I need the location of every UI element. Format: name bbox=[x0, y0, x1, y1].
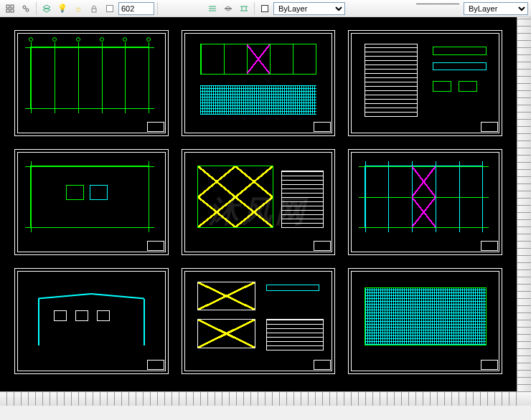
linetype-select[interactable]: ByLayer bbox=[464, 2, 528, 15]
layer-on-icon[interactable]: 💡 bbox=[55, 1, 70, 16]
svg-marker-8 bbox=[43, 8, 50, 12]
layer-color-icon[interactable] bbox=[103, 1, 117, 16]
layer-manager-icon[interactable] bbox=[39, 1, 54, 16]
linetype-icon1[interactable] bbox=[205, 1, 220, 16]
sheet-5 bbox=[182, 149, 336, 255]
sheet-1 bbox=[14, 30, 169, 136]
svg-rect-3 bbox=[11, 9, 14, 12]
drawing-area[interactable]: 沐风网 bbox=[0, 17, 531, 406]
linetype-icon3[interactable] bbox=[237, 1, 251, 16]
svg-rect-9 bbox=[92, 9, 96, 12]
svg-rect-1 bbox=[11, 5, 14, 8]
color-swatch-icon[interactable] bbox=[258, 1, 272, 16]
scrollbar-horizontal[interactable] bbox=[0, 391, 531, 406]
svg-line-6 bbox=[25, 8, 27, 9]
sheet-4 bbox=[14, 149, 169, 255]
sheet-3 bbox=[348, 30, 502, 136]
sheet-7 bbox=[14, 268, 169, 374]
svg-marker-7 bbox=[43, 5, 50, 9]
toolbar: 💡 ☼ ByLayer ByLayer bbox=[0, 0, 531, 17]
sheet-8 bbox=[182, 268, 336, 374]
svg-rect-0 bbox=[6, 5, 9, 8]
sheet-6 bbox=[348, 149, 502, 255]
button-tool2[interactable] bbox=[19, 1, 33, 16]
layer-lock-icon[interactable] bbox=[87, 1, 101, 16]
layer-name-input[interactable] bbox=[118, 2, 154, 15]
layer-freeze-icon[interactable]: ☼ bbox=[71, 1, 85, 16]
button-settings[interactable] bbox=[3, 1, 17, 16]
linetype-preview bbox=[416, 4, 459, 14]
color-select[interactable]: ByLayer bbox=[273, 2, 345, 15]
svg-rect-2 bbox=[6, 9, 9, 12]
linetype-icon2[interactable] bbox=[221, 1, 235, 16]
sheet-9 bbox=[348, 268, 502, 374]
sheet-2 bbox=[182, 30, 336, 136]
scrollbar-vertical[interactable] bbox=[517, 17, 531, 406]
